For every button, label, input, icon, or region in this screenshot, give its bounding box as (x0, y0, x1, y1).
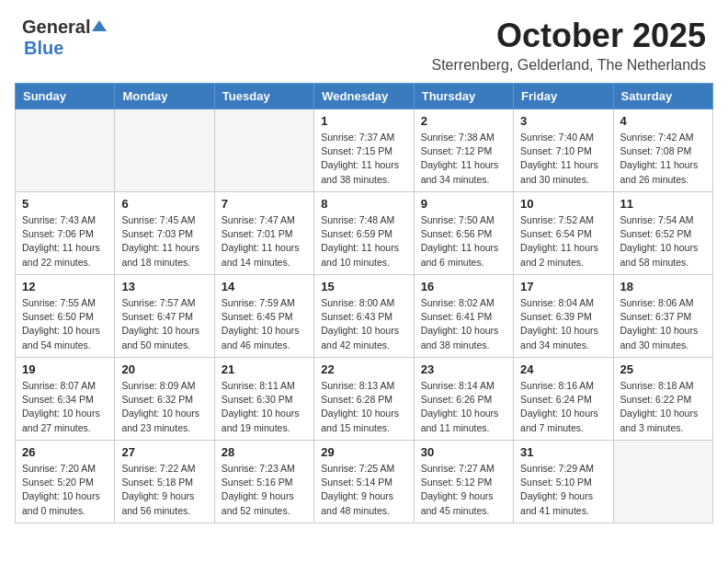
logo: General Blue (22, 17, 107, 59)
day-number: 25 (620, 362, 706, 376)
calendar-cell: 22Sunrise: 8:13 AM Sunset: 6:28 PM Dayli… (314, 358, 414, 441)
day-info: Sunrise: 8:06 AM Sunset: 6:37 PM Dayligh… (620, 296, 706, 352)
day-info: Sunrise: 8:14 AM Sunset: 6:26 PM Dayligh… (421, 379, 506, 435)
day-number: 27 (121, 445, 207, 459)
calendar-cell: 2Sunrise: 7:38 AM Sunset: 7:12 PM Daylig… (414, 109, 513, 192)
calendar-cell: 19Sunrise: 8:07 AM Sunset: 6:34 PM Dayli… (16, 358, 115, 441)
day-number: 21 (222, 362, 307, 376)
calendar-cell: 31Sunrise: 7:29 AM Sunset: 5:10 PM Dayli… (514, 441, 613, 523)
day-info: Sunrise: 7:37 AM Sunset: 7:15 PM Dayligh… (321, 131, 406, 187)
day-number: 18 (620, 280, 706, 293)
week-row-5: 26Sunrise: 7:20 AM Sunset: 5:20 PM Dayli… (16, 441, 713, 523)
week-row-4: 19Sunrise: 8:07 AM Sunset: 6:34 PM Dayli… (16, 358, 713, 441)
day-number: 12 (22, 280, 108, 293)
calendar-cell: 27Sunrise: 7:22 AM Sunset: 5:18 PM Dayli… (115, 441, 214, 523)
day-info: Sunrise: 8:02 AM Sunset: 6:41 PM Dayligh… (421, 296, 506, 352)
calendar-cell: 14Sunrise: 7:59 AM Sunset: 6:45 PM Dayli… (214, 275, 313, 358)
day-number: 10 (520, 197, 606, 211)
day-info: Sunrise: 7:54 AM Sunset: 6:52 PM Dayligh… (620, 213, 706, 270)
day-info: Sunrise: 7:38 AM Sunset: 7:12 PM Dayligh… (421, 131, 506, 187)
calendar-cell: 20Sunrise: 8:09 AM Sunset: 6:32 PM Dayli… (115, 358, 214, 441)
logo-general: General (22, 17, 90, 38)
calendar-cell: 23Sunrise: 8:14 AM Sunset: 6:26 PM Dayli… (414, 358, 513, 441)
calendar-cell: 9Sunrise: 7:50 AM Sunset: 6:56 PM Daylig… (414, 192, 513, 275)
day-info: Sunrise: 7:55 AM Sunset: 6:50 PM Dayligh… (22, 296, 108, 352)
calendar-cell: 13Sunrise: 7:57 AM Sunset: 6:47 PM Dayli… (115, 275, 214, 358)
day-number: 13 (121, 280, 207, 293)
calendar-cell: 7Sunrise: 7:47 AM Sunset: 7:01 PM Daylig… (214, 192, 313, 275)
calendar-cell: 5Sunrise: 7:43 AM Sunset: 7:06 PM Daylig… (16, 192, 115, 275)
calendar-cell: 15Sunrise: 8:00 AM Sunset: 6:43 PM Dayli… (314, 275, 414, 358)
day-info: Sunrise: 7:45 AM Sunset: 7:03 PM Dayligh… (121, 213, 207, 270)
day-info: Sunrise: 7:22 AM Sunset: 5:18 PM Dayligh… (121, 462, 207, 518)
day-info: Sunrise: 7:59 AM Sunset: 6:45 PM Dayligh… (222, 296, 307, 352)
calendar-cell: 12Sunrise: 7:55 AM Sunset: 6:50 PM Dayli… (16, 275, 115, 358)
location: Sterrenberg, Gelderland, The Netherlands (431, 57, 706, 74)
day-number: 9 (421, 197, 506, 211)
calendar-cell: 24Sunrise: 8:16 AM Sunset: 6:24 PM Dayli… (514, 358, 613, 441)
day-number: 29 (321, 445, 406, 459)
calendar-cell: 6Sunrise: 7:45 AM Sunset: 7:03 PM Daylig… (115, 192, 214, 275)
day-number: 6 (121, 197, 207, 211)
calendar-cell (115, 109, 214, 192)
calendar-cell: 30Sunrise: 7:27 AM Sunset: 5:12 PM Dayli… (414, 441, 513, 523)
day-number: 20 (121, 362, 207, 376)
day-number: 8 (321, 197, 406, 211)
logo-icon (92, 18, 107, 37)
day-number: 4 (620, 114, 706, 128)
day-info: Sunrise: 8:16 AM Sunset: 6:24 PM Dayligh… (520, 379, 606, 435)
calendar-cell (214, 109, 313, 192)
day-info: Sunrise: 7:27 AM Sunset: 5:12 PM Dayligh… (421, 462, 506, 518)
day-info: Sunrise: 8:07 AM Sunset: 6:34 PM Dayligh… (22, 379, 108, 435)
day-info: Sunrise: 8:04 AM Sunset: 6:39 PM Dayligh… (520, 296, 606, 352)
day-number: 15 (321, 280, 406, 293)
title-area: October 2025 Sterrenberg, Gelderland, Th… (431, 17, 706, 74)
week-row-2: 5Sunrise: 7:43 AM Sunset: 7:06 PM Daylig… (16, 192, 713, 275)
calendar-cell: 21Sunrise: 8:11 AM Sunset: 6:30 PM Dayli… (214, 358, 313, 441)
week-row-3: 12Sunrise: 7:55 AM Sunset: 6:50 PM Dayli… (16, 275, 713, 358)
calendar: SundayMondayTuesdayWednesdayThursdayFrid… (15, 83, 713, 523)
header: General Blue October 2025 Sterrenberg, G… (0, 0, 728, 83)
day-info: Sunrise: 7:48 AM Sunset: 6:59 PM Dayligh… (321, 213, 406, 270)
day-number: 22 (321, 362, 406, 376)
calendar-cell: 25Sunrise: 8:18 AM Sunset: 6:22 PM Dayli… (613, 358, 712, 441)
weekday-header-monday: Monday (115, 84, 214, 109)
weekday-header-saturday: Saturday (613, 84, 712, 109)
month-title: October 2025 (431, 17, 706, 55)
day-number: 24 (520, 362, 606, 376)
calendar-cell (613, 441, 712, 523)
calendar-cell: 28Sunrise: 7:23 AM Sunset: 5:16 PM Dayli… (214, 441, 313, 523)
weekday-header-friday: Friday (514, 84, 613, 109)
calendar-cell: 3Sunrise: 7:40 AM Sunset: 7:10 PM Daylig… (514, 109, 613, 192)
calendar-cell: 11Sunrise: 7:54 AM Sunset: 6:52 PM Dayli… (613, 192, 712, 275)
day-info: Sunrise: 8:13 AM Sunset: 6:28 PM Dayligh… (321, 379, 406, 435)
day-info: Sunrise: 8:11 AM Sunset: 6:30 PM Dayligh… (222, 379, 307, 435)
day-info: Sunrise: 7:52 AM Sunset: 6:54 PM Dayligh… (520, 213, 606, 270)
day-number: 30 (421, 445, 506, 459)
day-info: Sunrise: 7:43 AM Sunset: 7:06 PM Dayligh… (22, 213, 108, 270)
day-number: 5 (22, 197, 108, 211)
day-number: 16 (421, 280, 506, 293)
calendar-cell: 26Sunrise: 7:20 AM Sunset: 5:20 PM Dayli… (16, 441, 115, 523)
day-info: Sunrise: 7:50 AM Sunset: 6:56 PM Dayligh… (421, 213, 506, 270)
day-number: 23 (421, 362, 506, 376)
day-number: 14 (222, 280, 307, 293)
day-info: Sunrise: 7:29 AM Sunset: 5:10 PM Dayligh… (520, 462, 606, 518)
calendar-cell: 1Sunrise: 7:37 AM Sunset: 7:15 PM Daylig… (314, 109, 414, 192)
weekday-header-sunday: Sunday (16, 84, 115, 109)
weekday-header-wednesday: Wednesday (314, 84, 414, 109)
day-number: 2 (421, 114, 506, 128)
svg-marker-0 (92, 20, 107, 31)
day-info: Sunrise: 7:40 AM Sunset: 7:10 PM Dayligh… (520, 131, 606, 187)
day-info: Sunrise: 7:42 AM Sunset: 7:08 PM Dayligh… (620, 131, 706, 187)
calendar-cell: 17Sunrise: 8:04 AM Sunset: 6:39 PM Dayli… (514, 275, 613, 358)
calendar-cell: 18Sunrise: 8:06 AM Sunset: 6:37 PM Dayli… (613, 275, 712, 358)
day-info: Sunrise: 7:47 AM Sunset: 7:01 PM Dayligh… (222, 213, 307, 270)
day-info: Sunrise: 7:20 AM Sunset: 5:20 PM Dayligh… (22, 462, 108, 518)
calendar-cell: 8Sunrise: 7:48 AM Sunset: 6:59 PM Daylig… (314, 192, 414, 275)
weekday-header-thursday: Thursday (414, 84, 513, 109)
day-number: 11 (620, 197, 706, 211)
day-number: 3 (520, 114, 606, 128)
calendar-cell: 4Sunrise: 7:42 AM Sunset: 7:08 PM Daylig… (613, 109, 712, 192)
day-number: 31 (520, 445, 606, 459)
